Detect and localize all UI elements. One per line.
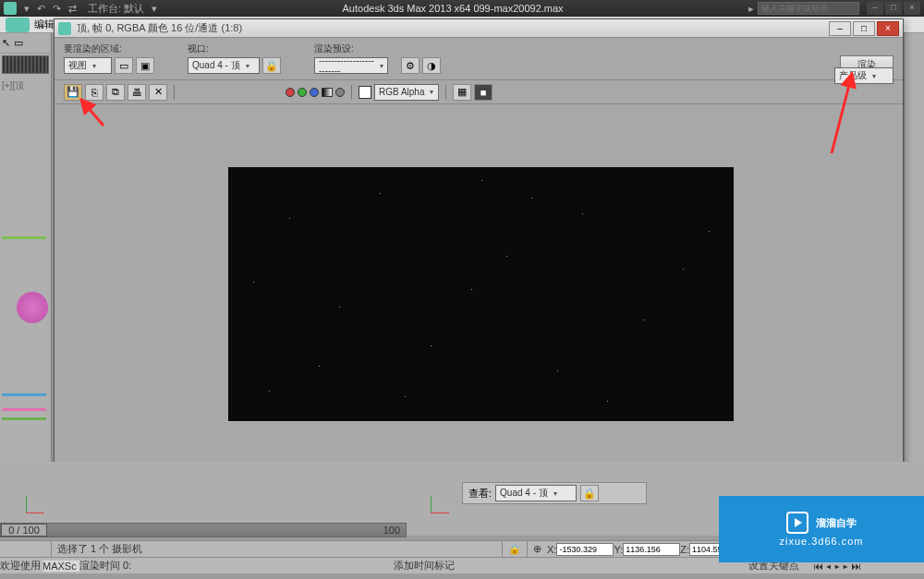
app-logo-icon[interactable] xyxy=(4,2,17,15)
render-controls-row1: 要渲染的区域: 视图 ▭ ▣ 视口: Quad 4 - 顶 🔒 渲染预设: --… xyxy=(55,38,903,80)
toggle-overlay-b-icon[interactable]: ■ xyxy=(474,84,492,101)
status-lock-icon[interactable]: 🔒 xyxy=(503,541,528,557)
render-window-icon xyxy=(58,22,71,35)
render-controls-row2: 💾 ⎘ ⧉ 🖶 ✕ RGB Alpha ▦ ■ xyxy=(55,80,903,104)
axis-gizmo-left xyxy=(11,485,44,518)
arrow-right-icon: ▸ xyxy=(748,3,754,15)
file-icon[interactable]: ▾ xyxy=(24,3,30,15)
render-area-group: 要渲染的区域: 视图 ▭ ▣ xyxy=(64,42,154,74)
separator xyxy=(174,85,175,100)
undo-icon[interactable]: ↶ xyxy=(37,3,45,15)
red-channel-swatch[interactable] xyxy=(286,88,295,97)
render-time-label: 渲染时间 0: xyxy=(79,559,394,573)
toggle-overlay-a-icon[interactable]: ▦ xyxy=(453,84,471,101)
render-area-dropdown[interactable]: 视图 xyxy=(64,57,112,74)
render-frame-window: 顶, 帧 0, RGBA 颜色 16 位/通道 (1:8) – □ × 要渲染的… xyxy=(54,18,904,482)
render-close-button[interactable]: × xyxy=(877,21,899,36)
link-icon[interactable]: ⇄ xyxy=(68,3,77,15)
main-quick-toolbar: ▾ ↶ ↷ ⇄ xyxy=(24,3,77,15)
status-selection: 选择了 1 个 摄影机 xyxy=(52,541,503,557)
preset-label: 渲染预设: xyxy=(314,42,441,55)
separator xyxy=(351,85,352,100)
main-titlebar: ▾ ↶ ↷ ⇄ 工作台: 默认 ▾ Autodesk 3ds Max 2013 … xyxy=(0,0,924,17)
clone-frame-icon[interactable]: ⧉ xyxy=(106,84,125,101)
view-label: 查看: xyxy=(468,487,492,501)
environment-icon[interactable]: ◑ xyxy=(422,57,441,74)
maximize-button[interactable]: □ xyxy=(885,2,902,15)
render-output-viewport[interactable] xyxy=(228,167,734,421)
viewport-label-text: 视口: xyxy=(188,42,281,55)
blue-channel-swatch[interactable] xyxy=(310,88,319,97)
lock-view-icon[interactable]: 🔒 xyxy=(580,485,599,501)
timeline[interactable]: 0 / 100 100 xyxy=(0,523,407,537)
left-panel: ↖▭ [+][顶 xyxy=(0,33,52,532)
play-logo-icon xyxy=(786,512,808,534)
copy-image-icon[interactable]: ⎘ xyxy=(85,84,103,101)
print-icon[interactable]: 🖶 xyxy=(128,84,146,101)
viewport-group: 视口: Quad 4 - 顶 🔒 xyxy=(188,42,281,74)
coord-x-input[interactable] xyxy=(556,543,614,556)
viewport-label[interactable]: [+][顶 xyxy=(0,76,51,96)
viewport-object xyxy=(17,292,48,323)
region-rect-icon[interactable]: ▭ xyxy=(115,57,133,74)
app-menu-button[interactable] xyxy=(6,18,30,32)
bg-color-swatch[interactable] xyxy=(359,86,371,99)
strip-b xyxy=(2,393,46,396)
watermark-url: zixue.3d66.com xyxy=(779,536,863,547)
search-input[interactable] xyxy=(758,2,859,15)
workspace-label[interactable]: 工作台: 默认 xyxy=(88,2,144,16)
film-strip xyxy=(2,55,49,74)
timeline-end: 100 xyxy=(383,525,400,536)
view-dropdown[interactable]: Quad 4 - 顶 xyxy=(495,485,577,501)
strip-a xyxy=(2,236,46,239)
save-image-button[interactable]: 💾 xyxy=(64,84,82,101)
close-button[interactable]: × xyxy=(904,2,920,15)
view-panel: 查看: Quad 4 - 顶 🔒 xyxy=(462,482,647,504)
alpha-channel-swatch[interactable] xyxy=(335,88,345,97)
production-dropdown[interactable]: 产品级 xyxy=(834,67,894,84)
axis-gizmo-center xyxy=(416,485,449,518)
preset-group: 渲染预设: ------------------------- ⚙ ◑ xyxy=(314,42,441,74)
watermark-brand: 溜溜自学 xyxy=(816,516,857,530)
frame-marker[interactable]: 0 / 100 xyxy=(1,524,47,537)
render-setup-icon[interactable]: ⚙ xyxy=(401,57,419,74)
render-area-label: 要渲染的区域: xyxy=(64,42,154,55)
script-listener[interactable]: MAXSc xyxy=(43,561,79,572)
separator xyxy=(445,85,446,100)
preset-dropdown[interactable]: ------------------------- xyxy=(314,57,388,74)
status-none xyxy=(0,541,52,557)
viewport-dropdown[interactable]: Quad 4 - 顶 xyxy=(188,57,260,74)
select-tool-icon[interactable]: ↖ xyxy=(2,37,10,49)
welcome-label: 欢迎使用 xyxy=(0,559,43,573)
region-crop-icon[interactable]: ▣ xyxy=(136,57,154,74)
render-window-title: 顶, 帧 0, RGBA 颜色 16 位/通道 (1:8) xyxy=(77,21,827,35)
mono-channel-icon[interactable] xyxy=(322,88,333,97)
app-title: Autodesk 3ds Max 2013 x64 099-max20092.m… xyxy=(157,3,748,14)
right-panel xyxy=(904,33,924,486)
green-channel-swatch[interactable] xyxy=(298,88,307,97)
channel-dropdown[interactable]: RGB Alpha xyxy=(374,84,439,101)
select-region-icon[interactable]: ▭ xyxy=(14,37,23,49)
redo-icon[interactable]: ↷ xyxy=(53,3,61,15)
render-titlebar[interactable]: 顶, 帧 0, RGBA 颜色 16 位/通道 (1:8) – □ × xyxy=(55,19,903,38)
add-time-tag[interactable]: 添加时间标记 xyxy=(394,559,748,573)
render-minimize-button[interactable]: – xyxy=(829,21,851,36)
lock-viewport-icon[interactable]: 🔒 xyxy=(262,57,281,74)
clear-icon[interactable]: ✕ xyxy=(149,84,167,101)
minimize-button[interactable]: – xyxy=(867,2,883,15)
coord-globe-icon[interactable]: ⊕ xyxy=(533,543,541,555)
strip-d xyxy=(2,417,46,420)
strip-c xyxy=(2,408,46,411)
coord-y-input[interactable] xyxy=(623,543,680,556)
watermark: 溜溜自学 zixue.3d66.com xyxy=(719,496,924,562)
main-window-controls: – □ × xyxy=(867,2,920,15)
render-maximize-button[interactable]: □ xyxy=(853,21,875,36)
